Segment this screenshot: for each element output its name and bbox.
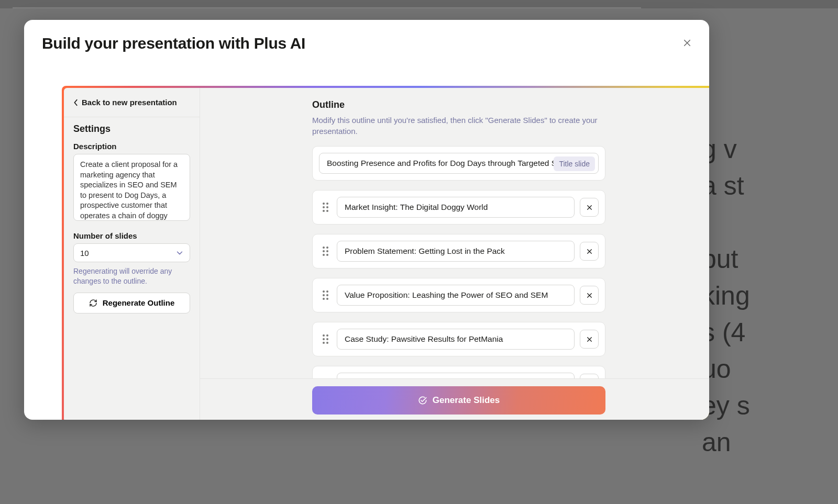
gradient-frame: Back to new presentation Settings Descri…	[62, 86, 709, 420]
slide-title-text: Value Proposition: Leashing the Power of…	[345, 290, 548, 300]
num-slides-value: 10	[80, 249, 89, 257]
close-icon	[586, 248, 593, 255]
drag-handle[interactable]	[319, 334, 332, 344]
outline-column: Outline Modify this outline until you're…	[200, 88, 709, 420]
description-input[interactable]	[73, 154, 190, 221]
modal: Build your presentation with Plus AI Bac…	[24, 20, 709, 420]
slide-card: Problem Statement: Getting Lost in the P…	[312, 234, 605, 268]
title-slide-card: Boosting Presence and Profits for Dog Da…	[312, 146, 605, 181]
close-icon	[682, 38, 692, 48]
num-slides-select[interactable]: 10	[73, 243, 190, 262]
delete-slide-button[interactable]	[580, 242, 599, 261]
chevron-left-icon	[73, 99, 79, 106]
chevron-down-icon	[176, 249, 183, 256]
modal-title: Build your presentation with Plus AI	[42, 35, 691, 52]
slide-card: Product Showcase: Tailored SEO for Dog D…	[312, 366, 605, 378]
drag-handle[interactable]	[319, 290, 332, 300]
drag-icon	[323, 334, 328, 344]
generate-bar: Generate Slides	[200, 378, 709, 420]
generate-slides-button[interactable]: Generate Slides	[312, 386, 605, 415]
check-circle-icon	[418, 396, 427, 405]
close-icon	[586, 336, 593, 343]
slide-card: Case Study: Pawsitive Results for PetMan…	[312, 322, 605, 356]
title-slide-input[interactable]: Boosting Presence and Profits for Dog Da…	[319, 153, 599, 174]
delete-slide-button[interactable]	[580, 374, 599, 378]
slide-title-input[interactable]: Market Insight: The Digital Doggy World	[337, 197, 575, 218]
regenerate-helper-text: Regenerating will override any changes t…	[73, 266, 190, 286]
description-label: Description	[73, 142, 190, 151]
outline-scroll-area[interactable]: Outline Modify this outline until you're…	[200, 88, 709, 378]
slide-title-text: Case Study: Pawsitive Results for PetMan…	[345, 334, 503, 344]
settings-heading: Settings	[73, 124, 190, 135]
slide-title-input[interactable]: Product Showcase: Tailored SEO for Dog D…	[337, 373, 575, 378]
drag-icon	[323, 290, 328, 300]
refresh-icon	[89, 299, 97, 307]
drag-icon	[323, 203, 328, 212]
outline-subtext: Modify this outline until you're satisfi…	[312, 115, 605, 137]
close-icon	[586, 204, 593, 211]
title-slide-tag: Title slide	[554, 156, 595, 171]
settings-column: Back to new presentation Settings Descri…	[64, 88, 200, 420]
slide-card: Value Proposition: Leashing the Power of…	[312, 278, 605, 312]
modal-header: Build your presentation with Plus AI	[24, 20, 709, 63]
panel-body: Back to new presentation Settings Descri…	[64, 88, 709, 420]
num-slides-label: Number of slides	[73, 231, 190, 240]
regenerate-outline-button[interactable]: Regenerate Outline	[73, 293, 190, 313]
background-divider	[13, 7, 641, 8]
back-link[interactable]: Back to new presentation	[64, 88, 200, 117]
drag-handle[interactable]	[319, 203, 332, 212]
drag-handle[interactable]	[319, 247, 332, 256]
background-page-text: g v a st but king s (4 uo ey s an	[702, 131, 838, 461]
delete-slide-button[interactable]	[580, 198, 599, 217]
slide-card: Market Insight: The Digital Doggy World	[312, 190, 605, 225]
title-slide-text: Boosting Presence and Profits for Dog Da…	[327, 159, 569, 168]
delete-slide-button[interactable]	[580, 330, 599, 349]
regenerate-outline-label: Regenerate Outline	[103, 298, 175, 307]
delete-slide-button[interactable]	[580, 286, 599, 305]
close-icon	[586, 292, 593, 299]
settings-body: Settings Description Number of slides 10…	[64, 117, 200, 313]
outline-heading: Outline	[312, 99, 605, 110]
slide-title-input[interactable]: Problem Statement: Getting Lost in the P…	[337, 241, 575, 262]
slide-title-text: Market Insight: The Digital Doggy World	[345, 203, 488, 212]
slide-title-input[interactable]: Value Proposition: Leashing the Power of…	[337, 285, 575, 306]
drag-icon	[323, 247, 328, 256]
slide-title-input[interactable]: Case Study: Pawsitive Results for PetMan…	[337, 329, 575, 350]
back-link-label: Back to new presentation	[82, 98, 177, 107]
generate-slides-label: Generate Slides	[433, 395, 500, 406]
slide-title-text: Problem Statement: Getting Lost in the P…	[345, 247, 505, 256]
close-button[interactable]	[680, 36, 694, 50]
